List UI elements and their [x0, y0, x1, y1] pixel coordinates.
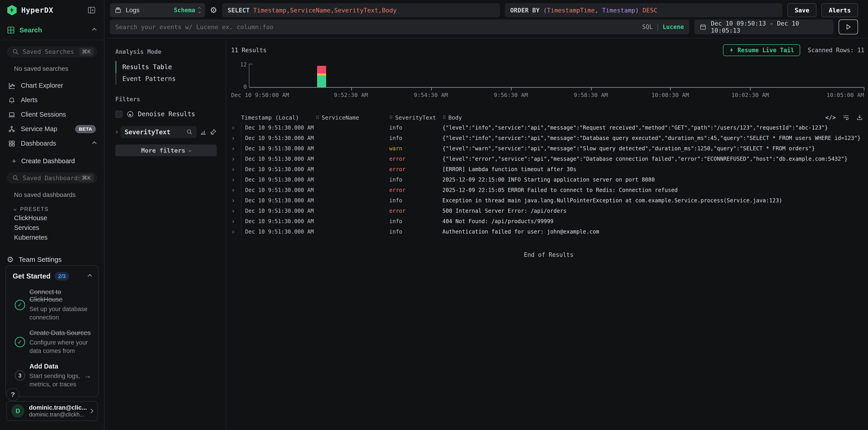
pin-icon[interactable]: [210, 129, 217, 135]
source-select[interactable]: Logs Schema: [110, 3, 205, 17]
event-search-box[interactable]: SQL | Lucene: [110, 20, 689, 34]
saved-dashboards-shortcut: ⌘K: [79, 174, 94, 182]
search-section-label: Search: [20, 26, 42, 34]
sidebar-item-chart-explorer[interactable]: Chart Explorer: [0, 79, 104, 93]
chevron-up-icon[interactable]: [92, 141, 97, 146]
expand-chevron-icon[interactable]: ›: [231, 156, 241, 162]
expand-chevron-icon[interactable]: ›: [231, 197, 241, 204]
create-dashboard-button[interactable]: + Create Dashboard: [0, 156, 104, 166]
sidebar-section-search[interactable]: Search: [0, 25, 104, 36]
expand-chevron-icon[interactable]: ›: [231, 124, 241, 131]
chart-explorer-icon: [7, 82, 16, 90]
mode-results-table[interactable]: Results Table: [115, 61, 217, 73]
event-search-input[interactable]: [115, 24, 642, 31]
log-row[interactable]: › Dec 10 9:51:30.000 AM info {"level":"i…: [231, 123, 866, 133]
drag-grip-icon[interactable]: ⠿: [316, 115, 319, 121]
col-severitytext[interactable]: ⠿SeverityText: [389, 114, 442, 121]
order-by-field[interactable]: ORDER BY (TimestampTime, Timestamp) DESC: [505, 3, 782, 17]
query-settings-gear-icon[interactable]: ⚙: [210, 5, 217, 15]
log-row[interactable]: › Dec 10 9:51:30.000 AM error {"level":"…: [231, 154, 866, 164]
lucene-mode-label[interactable]: Lucene: [663, 24, 684, 30]
wrap-text-icon[interactable]: [843, 114, 849, 121]
mode-event-patterns[interactable]: Event Patterns: [115, 73, 217, 85]
presets-toggle[interactable]: PRESETS: [0, 205, 104, 213]
x-tickmark: [351, 87, 352, 91]
resume-live-tail-button[interactable]: Resume Live Tail: [723, 44, 800, 56]
log-row[interactable]: › Dec 10 9:51:30.000 AM error 500 Intern…: [231, 206, 866, 216]
sidebar-collapse-icon[interactable]: [87, 6, 96, 14]
severity-filter-pill[interactable]: SeverityText: [121, 126, 197, 138]
log-row[interactable]: › Dec 10 9:51:30.000 AM error 2025-12-09…: [231, 185, 866, 195]
log-row[interactable]: › Dec 10 9:51:30.000 AM info Exception i…: [231, 195, 866, 206]
log-row[interactable]: › Dec 10 9:51:30.000 AM warn {"level":"w…: [231, 143, 866, 154]
expand-chevron-icon[interactable]: ›: [231, 207, 241, 214]
drag-grip-icon[interactable]: ⠿: [389, 115, 393, 121]
saved-dashboards-input[interactable]: [23, 174, 79, 181]
saved-searches-box[interactable]: ⌘K: [7, 46, 97, 58]
col-body[interactable]: ⠿Body </>: [442, 114, 866, 121]
log-row[interactable]: › Dec 10 9:51:30.000 AM info 2025-12-09 …: [231, 174, 866, 185]
filter-chart-icon[interactable]: [200, 129, 207, 135]
log-row[interactable]: › Dec 10 9:51:30.000 AM info {"level":"i…: [231, 133, 866, 143]
query-language-toggle[interactable]: SQL | Lucene: [642, 24, 684, 30]
x-tick-label: 10:00:30 AM: [651, 92, 689, 98]
sidebar-item-alerts[interactable]: Alerts: [0, 93, 104, 107]
search-icon[interactable]: [186, 129, 193, 135]
col-servicename[interactable]: ⠿ServiceName: [316, 114, 389, 121]
preset-kubernetes[interactable]: Kubernetes: [0, 233, 104, 242]
cell-timestamp: Dec 10 9:51:30.000 AM: [241, 154, 316, 164]
step-title: Add Data: [29, 363, 84, 370]
nav-label: Service Map: [21, 125, 57, 133]
preset-services[interactable]: Services: [0, 223, 104, 233]
saved-searches-input[interactable]: [23, 48, 79, 55]
saved-dashboards-box[interactable]: ⌘K: [7, 172, 97, 184]
cell-timestamp: Dec 10 9:51:30.000 AM: [241, 195, 316, 206]
user-menu[interactable]: D dominic.tran@clic... dominic.tran@clic…: [6, 401, 98, 421]
cell-timestamp: Dec 10 9:51:30.000 AM: [241, 123, 316, 133]
help-button[interactable]: ?: [6, 388, 20, 401]
sidebar-item-dashboards[interactable]: Dashboards: [0, 137, 104, 151]
chevron-right-icon[interactable]: [115, 131, 118, 134]
denoise-results-row[interactable]: Denoise Results: [115, 110, 217, 118]
more-filters-button[interactable]: More filters: [115, 144, 217, 156]
expand-chevron-icon[interactable]: ›: [231, 166, 241, 173]
expand-chevron-icon[interactable]: ›: [231, 228, 241, 235]
expand-chevron-icon[interactable]: ›: [231, 218, 241, 225]
date-range-picker[interactable]: Dec 10 09:50:13 - Dec 10 10:05:13: [694, 20, 834, 34]
log-row[interactable]: › Dec 10 9:51:30.000 AM info 404 Not Fou…: [231, 216, 866, 227]
drag-grip-icon[interactable]: ⠿: [442, 115, 446, 121]
log-row[interactable]: › Dec 10 9:51:30.000 AM info Authenticat…: [231, 227, 866, 237]
expand-chevron-icon[interactable]: ›: [231, 145, 241, 152]
download-icon[interactable]: [856, 114, 863, 121]
denoise-checkbox[interactable]: [115, 110, 123, 118]
histogram-plot[interactable]: 12 0: [249, 64, 864, 87]
chevron-up-icon[interactable]: [92, 28, 97, 32]
cell-body: Authentication failed for user: john@exa…: [442, 229, 866, 235]
sql-mode-label[interactable]: SQL: [642, 24, 653, 30]
sidebar-item-service-map[interactable]: Service Map BETA: [0, 122, 104, 136]
x-tick-label: 9:56:30 AM: [494, 92, 528, 98]
select-clause-field[interactable]: SELECT Timestamp,ServiceName,SeverityTex…: [222, 3, 500, 17]
chevron-up-icon[interactable]: [88, 274, 92, 279]
expand-chevron-icon[interactable]: ›: [231, 135, 241, 141]
sidebar-item-client-sessions[interactable]: Client Sessions: [0, 108, 104, 122]
get-started-step-connect[interactable]: ✓ Connect to ClickHouse Set up your data…: [13, 288, 91, 322]
run-query-button[interactable]: [839, 20, 858, 34]
alerts-button[interactable]: Alerts: [822, 3, 858, 17]
cell-body: 2025-12-09 22:15:05 ERROR Failed to conn…: [442, 187, 866, 193]
x-tick-label: 9:54:30 AM: [414, 92, 448, 98]
col-timestamp[interactable]: Timestamp (Local): [241, 114, 316, 121]
team-settings-button[interactable]: ⚙ Team Settings: [0, 254, 104, 265]
x-tick-label: 10:05:00 AM: [827, 92, 864, 98]
nav-label: Chart Explorer: [21, 82, 63, 89]
step-desc: Start sending logs, metrics, or traces: [29, 372, 84, 388]
preset-clickhouse[interactable]: ClickHouse: [0, 213, 104, 223]
get-started-step-sources[interactable]: ✓ Create Data Sources Configure where yo…: [13, 329, 91, 355]
get-started-step-add-data[interactable]: 3 Add Data Start sending logs, metrics, …: [13, 363, 91, 388]
code-view-icon[interactable]: </>: [825, 114, 836, 121]
log-row[interactable]: › Dec 10 9:51:30.000 AM error [ERROR] La…: [231, 164, 866, 174]
expand-chevron-icon[interactable]: ›: [231, 187, 241, 194]
save-button[interactable]: Save: [787, 3, 816, 17]
expand-chevron-icon[interactable]: ›: [231, 176, 241, 183]
scanned-rows: Scanned Rows: 11: [808, 47, 866, 54]
